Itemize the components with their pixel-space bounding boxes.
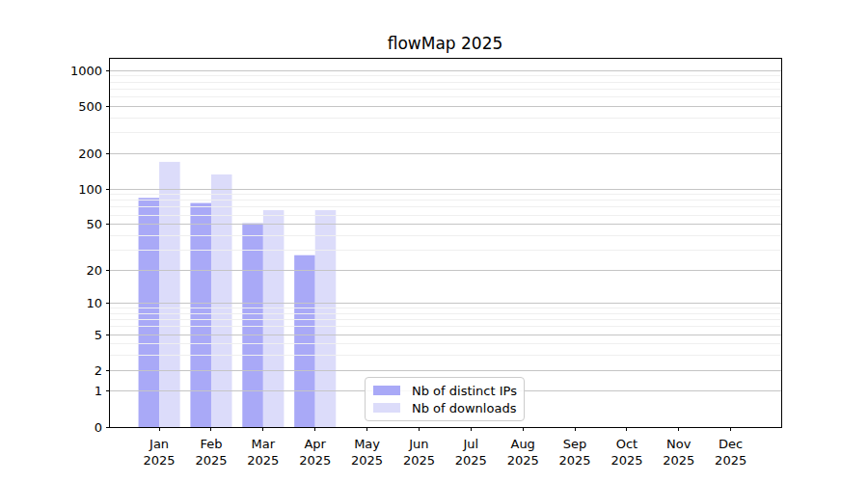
bar-feb-downloads bbox=[211, 174, 232, 427]
x-tick-label-year: 2025 bbox=[455, 453, 487, 468]
legend-swatch-downloads bbox=[373, 403, 400, 413]
bar-feb-distinct-ips bbox=[190, 203, 211, 427]
x-tick-label-month: Nov bbox=[666, 437, 692, 451]
x-tick-label-year: 2025 bbox=[507, 453, 539, 468]
legend-item: Nb of downloads bbox=[373, 402, 524, 415]
y-tick-label: 500 bbox=[78, 99, 102, 114]
y-tick-label: 10 bbox=[86, 296, 102, 310]
legend: Nb of distinct IPs Nb of downloads bbox=[365, 377, 525, 421]
y-tick-label: 20 bbox=[86, 263, 102, 278]
x-tick-label-month: Dec bbox=[719, 437, 743, 451]
x-tick-label-month: Aug bbox=[510, 437, 534, 451]
y-tick-label: 1 bbox=[95, 384, 102, 398]
x-tick-label-year: 2025 bbox=[299, 453, 331, 468]
bar-apr-downloads bbox=[315, 210, 337, 427]
x-tick-label-month: Sep bbox=[563, 437, 587, 451]
x-tick-label-month: Feb bbox=[200, 437, 222, 451]
x-tick-label-month: Jun bbox=[408, 437, 428, 451]
y-tick-label: 50 bbox=[86, 217, 102, 231]
x-tick-label-year: 2025 bbox=[559, 453, 591, 468]
x-tick-label-year: 2025 bbox=[403, 453, 435, 468]
legend-swatch-distinct-ips bbox=[373, 386, 400, 395]
bar-apr-distinct-ips bbox=[294, 255, 315, 427]
x-tick-label-month: Jul bbox=[462, 437, 478, 451]
x-tick-label-month: May bbox=[354, 437, 380, 451]
x-tick-label-year: 2025 bbox=[610, 453, 642, 468]
legend-item: Nb of distinct IPs bbox=[373, 385, 524, 397]
x-tick-label-year: 2025 bbox=[715, 453, 746, 468]
x-tick-label-month: Oct bbox=[616, 437, 637, 451]
bar-mar-distinct-ips bbox=[242, 224, 263, 427]
bar-jan-downloads bbox=[159, 162, 180, 427]
y-tick-label: 2 bbox=[95, 363, 102, 378]
x-tick-label-year: 2025 bbox=[663, 453, 694, 468]
legend-label: Nb of distinct IPs bbox=[412, 385, 517, 397]
bar-jan-distinct-ips bbox=[139, 198, 160, 427]
x-tick-label-year: 2025 bbox=[247, 453, 279, 468]
x-tick-label-year: 2025 bbox=[195, 453, 227, 468]
y-tick-label: 5 bbox=[95, 328, 102, 342]
chart-title: flowMap 2025 bbox=[109, 36, 781, 52]
legend-label: Nb of downloads bbox=[412, 402, 516, 415]
x-tick-label-year: 2025 bbox=[351, 453, 383, 468]
x-tick-label-year: 2025 bbox=[144, 453, 176, 468]
y-tick-label: 0 bbox=[95, 420, 102, 435]
x-tick-label-month: Apr bbox=[304, 437, 326, 451]
y-tick-label: 100 bbox=[78, 182, 102, 197]
y-tick-label: 200 bbox=[78, 147, 102, 161]
chart-figure: 01251020501002005001000Jan2025Feb2025Mar… bbox=[0, 0, 868, 482]
bar-mar-downloads bbox=[263, 210, 285, 427]
x-tick-label-month: Jan bbox=[149, 437, 169, 451]
y-tick-label: 1000 bbox=[70, 64, 102, 78]
x-tick-label-month: Mar bbox=[252, 437, 276, 451]
